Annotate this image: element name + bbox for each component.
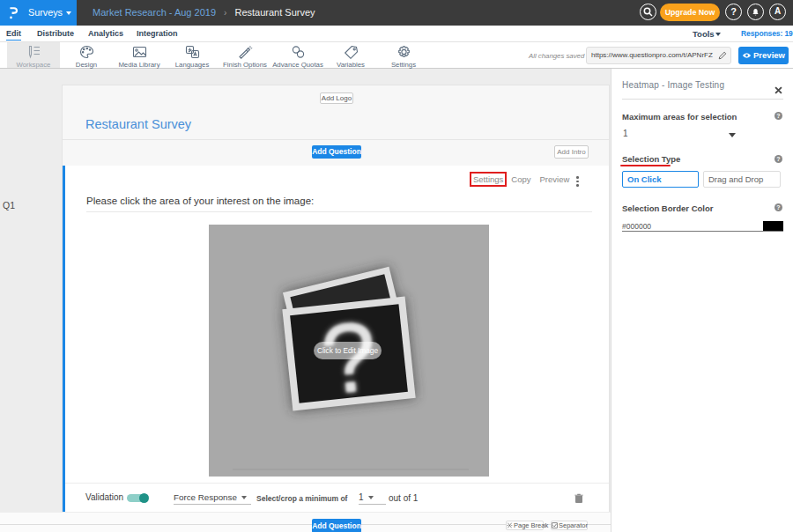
svg-text:Click to Edit Image: Click to Edit Image xyxy=(317,346,379,355)
